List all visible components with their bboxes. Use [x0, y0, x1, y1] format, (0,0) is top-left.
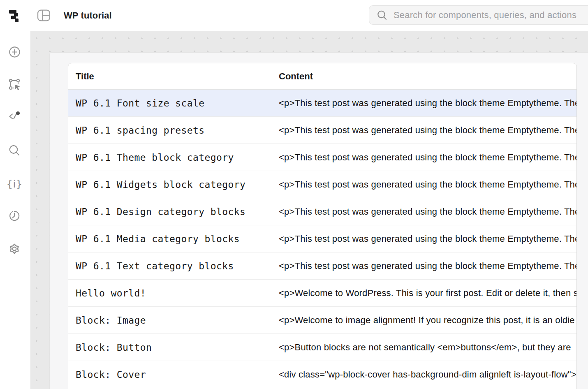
cell-title[interactable]: WP 6.1 Widgets block category — [68, 179, 272, 190]
cell-title[interactable]: Hello world! — [68, 288, 272, 299]
search-panel-button[interactable] — [6, 142, 23, 159]
cell-title[interactable]: WP 6.1 Media category blocks — [68, 234, 272, 244]
table-row[interactable]: Block: Image<p>Welcome to image alignmen… — [68, 307, 576, 334]
state-panel-button[interactable]: {i} — [6, 176, 23, 192]
table-body: WP 6.1 Font size scale<p>This test post … — [68, 90, 576, 388]
cell-title[interactable]: Block: Image — [68, 315, 272, 326]
notification-dot — [16, 111, 20, 115]
column-header-content[interactable]: Content — [272, 71, 576, 82]
table-row[interactable]: Block: Button<p>Button blocks are not se… — [68, 334, 576, 361]
table-row[interactable]: WP 6.1 Theme block category<p>This test … — [68, 144, 576, 171]
cell-title[interactable]: WP 6.1 Design category blocks — [68, 206, 272, 217]
cell-content[interactable]: <div class="wp-block-cover has-backgroun… — [272, 369, 576, 380]
settings-button[interactable] — [6, 241, 23, 257]
table-header-row: Title Content — [68, 63, 576, 90]
cell-content[interactable]: <p>This test post was generated using th… — [272, 152, 576, 163]
plus-circle-icon — [8, 46, 21, 58]
cell-content[interactable]: <p>This test post was generated using th… — [272, 125, 576, 136]
state-icon: {i} — [7, 179, 23, 189]
app-header: WP tutorial — [0, 0, 588, 31]
cell-content[interactable]: <p>This test post was generated using th… — [272, 234, 576, 244]
table-row[interactable]: Hello world!<p>Welcome to WordPress. Thi… — [68, 280, 576, 307]
panel-layout-icon — [37, 9, 51, 22]
table-row[interactable]: Block: Cover<div class="wp-block-cover h… — [68, 361, 576, 388]
app-frame[interactable]: Title Content WP 6.1 Font size scale<p>T… — [49, 52, 588, 389]
cell-content[interactable]: <p>Welcome to WordPress. This is your fi… — [272, 288, 576, 299]
table-widget[interactable]: Title Content WP 6.1 Font size scale<p>T… — [68, 63, 577, 389]
table-row[interactable]: WP 6.1 Media category blocks<p>This test… — [68, 225, 576, 252]
cell-content[interactable]: <p>This test post was generated using th… — [272, 179, 576, 190]
cell-content[interactable]: <p>Button blocks are not semantically <e… — [272, 342, 576, 353]
table-row[interactable]: WP 6.1 spacing presets<p>This test post … — [68, 117, 576, 144]
cell-title[interactable]: WP 6.1 Theme block category — [68, 152, 272, 163]
page-title: WP tutorial — [64, 10, 112, 21]
gear-icon — [8, 242, 21, 255]
search-icon — [8, 144, 21, 157]
select-transform-button[interactable] — [6, 76, 23, 93]
editor-canvas[interactable]: Title Content WP 6.1 Font size scale<p>T… — [31, 31, 588, 389]
left-toolbar: {i} — [0, 31, 31, 389]
cell-title[interactable]: WP 6.1 Text category blocks — [68, 261, 272, 271]
cell-content[interactable]: <p>Welcome to image alignment! If you re… — [272, 315, 576, 326]
cell-title[interactable]: Block: Cover — [68, 369, 272, 380]
add-component-button[interactable] — [6, 44, 23, 60]
cell-content[interactable]: <p>This test post was generated using th… — [272, 98, 576, 109]
cell-content[interactable]: <p>This test post was generated using th… — [272, 206, 576, 217]
column-header-title[interactable]: Title — [68, 71, 272, 82]
table-row[interactable]: WP 6.1 Widgets block category<p>This tes… — [68, 171, 576, 198]
panel-layout-toggle[interactable] — [36, 8, 51, 23]
table-row[interactable]: WP 6.1 Design category blocks<p>This tes… — [68, 198, 576, 225]
search-input[interactable] — [393, 9, 588, 21]
table-row[interactable]: WP 6.1 Text category blocks<p>This test … — [68, 252, 576, 280]
cell-title[interactable]: Block: Button — [68, 342, 272, 353]
code-queries-button[interactable] — [6, 108, 23, 125]
cell-content[interactable]: <p>This test post was generated using th… — [272, 261, 576, 271]
history-clock-icon — [8, 209, 21, 222]
code-icon — [8, 110, 21, 123]
search-icon — [376, 9, 388, 21]
cell-title[interactable]: WP 6.1 spacing presets — [68, 125, 272, 136]
select-transform-icon — [8, 78, 21, 91]
retool-logo-icon — [8, 9, 22, 23]
global-search[interactable] — [369, 5, 588, 25]
history-button[interactable] — [6, 208, 23, 224]
retool-logo[interactable] — [8, 8, 23, 23]
table-row[interactable]: WP 6.1 Font size scale<p>This test post … — [68, 90, 576, 117]
cell-title[interactable]: WP 6.1 Font size scale — [68, 98, 272, 109]
